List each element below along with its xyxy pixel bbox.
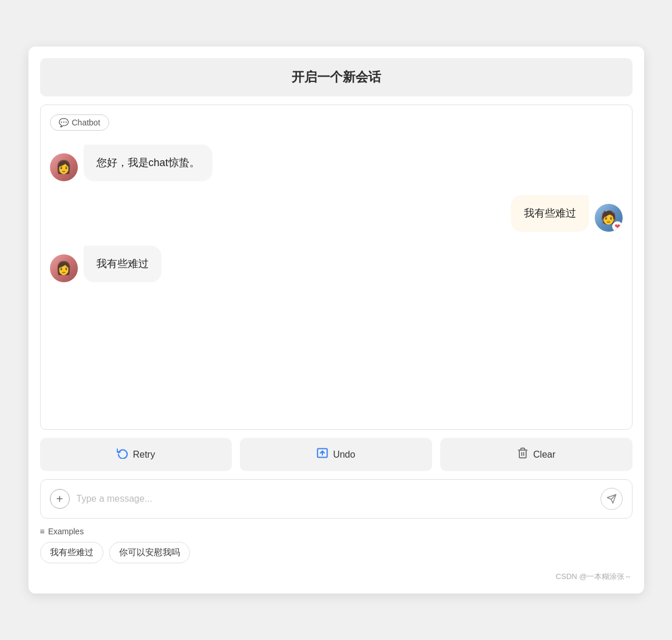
message-row-bot-1: 👩 您好，我是chat惊蛰。 [50,145,623,181]
undo-label: Undo [333,450,355,460]
bubble-bot-2: 我有些难过 [84,246,161,282]
examples-icon: ≡ [40,527,45,536]
action-buttons: Retry Undo Clear [40,438,633,471]
user-avatar-1: 🧑 ❤ [595,204,623,232]
message-row-user-1: 🧑 ❤ 我有些难过 [50,195,623,232]
app-container: 开启一个新会话 💬 Chatbot 👩 您好，我是chat惊蛰。 🧑 ❤ 我有些… [28,46,644,594]
bot-avatar-2: 👩 [50,254,78,282]
clear-button[interactable]: Clear [440,438,633,471]
header: 开启一个新会话 [40,58,633,96]
retry-button[interactable]: Retry [40,438,232,471]
undo-icon [317,447,328,462]
user-avatar-heart: ❤ [612,221,623,232]
example-chip-2[interactable]: 你可以安慰我吗 [109,542,190,563]
footer-credit: CSDN @一本糊涂张～ [40,571,633,582]
add-button[interactable]: + [50,489,70,509]
send-icon [606,494,617,504]
retry-icon [117,447,128,462]
bubble-bot-1: 您好，我是chat惊蛰。 [84,145,213,181]
bubble-user-1: 我有些难过 [511,195,589,232]
chatbot-tab-icon: 💬 [59,118,69,127]
bot-avatar-1: 👩 [50,153,78,181]
examples-label: Examples [48,527,84,536]
examples-header: ≡ Examples [40,527,633,536]
example-chip-1[interactable]: 我有些难过 [40,542,103,563]
message-row-bot-2: 👩 我有些难过 [50,246,623,282]
undo-button[interactable]: Undo [240,438,432,471]
header-title: 开启一个新会话 [292,70,381,84]
examples-section: ≡ Examples 我有些难过 你可以安慰我吗 [40,527,633,563]
examples-chips: 我有些难过 你可以安慰我吗 [40,542,633,563]
clear-label: Clear [533,450,555,460]
retry-label: Retry [133,450,155,460]
message-input[interactable] [77,494,594,504]
send-button[interactable] [601,488,623,510]
chatbot-tab[interactable]: 💬 Chatbot [50,114,109,131]
chatbot-tab-label: Chatbot [72,118,100,127]
chat-window: 💬 Chatbot 👩 您好，我是chat惊蛰。 🧑 ❤ 我有些难过 [40,105,633,430]
clear-icon [517,447,529,462]
input-area: + [40,479,633,519]
